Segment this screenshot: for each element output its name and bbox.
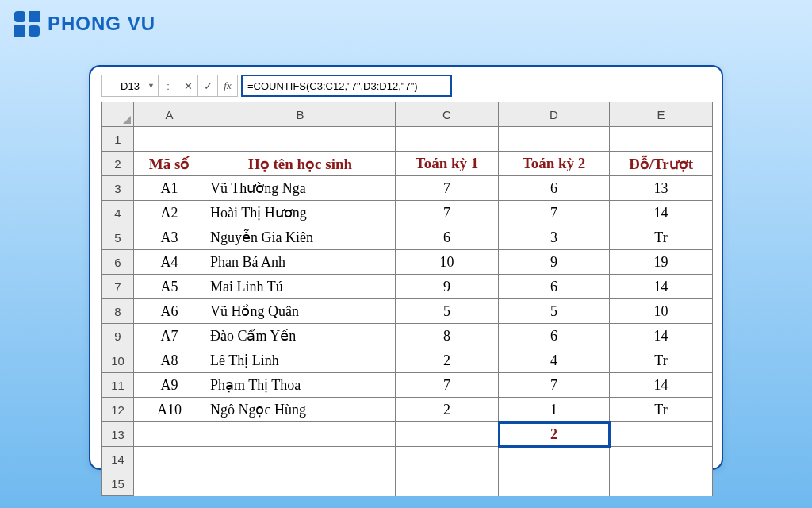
col-header-C[interactable]: C: [396, 102, 499, 127]
cell[interactable]: Nguyễn Gia Kiên: [205, 225, 396, 250]
header-ma-so[interactable]: Mã số: [134, 152, 205, 176]
cell[interactable]: A4: [134, 250, 205, 275]
cell[interactable]: [134, 422, 205, 447]
cell[interactable]: 9: [499, 250, 610, 275]
cell[interactable]: [610, 422, 713, 447]
cell[interactable]: A1: [134, 176, 205, 201]
cell[interactable]: [499, 127, 610, 152]
cell[interactable]: A8: [134, 348, 205, 373]
cell[interactable]: [396, 127, 499, 152]
row-header[interactable]: 9: [102, 324, 134, 348]
cell[interactable]: 9: [396, 275, 499, 299]
cell[interactable]: 5: [396, 299, 499, 324]
cell[interactable]: 2: [396, 398, 499, 422]
cell[interactable]: Ngô Ngọc Hùng: [205, 398, 396, 422]
cell[interactable]: 7: [396, 373, 499, 398]
formula-enter-button[interactable]: ✓: [198, 75, 218, 97]
cell[interactable]: 4: [499, 348, 610, 373]
row-header[interactable]: 5: [102, 225, 134, 250]
cell[interactable]: Tr: [610, 348, 713, 373]
row-header[interactable]: 14: [102, 447, 134, 471]
cell[interactable]: [134, 127, 205, 152]
row-header[interactable]: 7: [102, 275, 134, 299]
cell[interactable]: 8: [396, 324, 499, 348]
cell[interactable]: 3: [499, 225, 610, 250]
col-header-D[interactable]: D: [499, 102, 610, 127]
cell[interactable]: Vũ Thường Nga: [205, 176, 396, 201]
cell[interactable]: 14: [610, 373, 713, 398]
cell[interactable]: 14: [610, 201, 713, 225]
cell[interactable]: Phan Bá Anh: [205, 250, 396, 275]
cell[interactable]: [610, 127, 713, 152]
cell[interactable]: Hoài Thị Hương: [205, 201, 396, 225]
cell[interactable]: A3: [134, 225, 205, 250]
formula-input[interactable]: =COUNTIFS(C3:C12,"7",D3:D12,"7"): [241, 75, 452, 97]
cell[interactable]: 7: [499, 373, 610, 398]
col-header-E[interactable]: E: [610, 102, 713, 127]
select-all-corner[interactable]: [102, 102, 134, 127]
col-header-A[interactable]: A: [134, 102, 205, 127]
row-header[interactable]: 10: [102, 348, 134, 373]
row-header[interactable]: 4: [102, 201, 134, 225]
cell[interactable]: 5: [499, 299, 610, 324]
row-header[interactable]: 13: [102, 422, 134, 447]
cell[interactable]: Đào Cẩm Yến: [205, 324, 396, 348]
row-header[interactable]: 12: [102, 398, 134, 422]
cell[interactable]: [205, 422, 396, 447]
cell[interactable]: [499, 447, 610, 471]
cell[interactable]: A5: [134, 275, 205, 299]
cell[interactable]: A9: [134, 373, 205, 398]
cell[interactable]: 14: [610, 275, 713, 299]
cell[interactable]: Mai Linh Tú: [205, 275, 396, 299]
spreadsheet-grid[interactable]: A B C D E 1 2 Mã số Họ tên học sinh Toán…: [102, 102, 713, 496]
row-header[interactable]: 15: [102, 471, 134, 496]
cell[interactable]: 6: [499, 176, 610, 201]
cell[interactable]: A10: [134, 398, 205, 422]
cell[interactable]: 7: [499, 201, 610, 225]
cell[interactable]: [205, 471, 396, 496]
cell[interactable]: Phạm Thị Thoa: [205, 373, 396, 398]
cell[interactable]: A2: [134, 201, 205, 225]
cell[interactable]: Tr: [610, 225, 713, 250]
cell[interactable]: [134, 471, 205, 496]
cell[interactable]: [396, 422, 499, 447]
cell[interactable]: [610, 447, 713, 471]
cell[interactable]: A6: [134, 299, 205, 324]
cell[interactable]: [205, 447, 396, 471]
cell[interactable]: A7: [134, 324, 205, 348]
cell[interactable]: Lê Thị Linh: [205, 348, 396, 373]
row-header[interactable]: 1: [102, 127, 134, 152]
header-toan-ky-1[interactable]: Toán kỳ 1: [396, 152, 499, 176]
cell[interactable]: 10: [610, 299, 713, 324]
name-box[interactable]: D13 ▼: [102, 75, 159, 97]
cell[interactable]: [396, 447, 499, 471]
header-do-truot[interactable]: Đỗ/Trượt: [610, 152, 713, 176]
cell[interactable]: 7: [396, 176, 499, 201]
cell[interactable]: [499, 471, 610, 496]
cell[interactable]: [134, 447, 205, 471]
row-header[interactable]: 8: [102, 299, 134, 324]
header-ho-ten[interactable]: Họ tên học sinh: [205, 152, 396, 176]
row-header[interactable]: 11: [102, 373, 134, 398]
cell[interactable]: 14: [610, 324, 713, 348]
col-header-B[interactable]: B: [205, 102, 396, 127]
cell[interactable]: 7: [396, 201, 499, 225]
row-header[interactable]: 3: [102, 176, 134, 201]
row-header[interactable]: 2: [102, 152, 134, 176]
cell[interactable]: 6: [499, 324, 610, 348]
row-header[interactable]: 6: [102, 250, 134, 275]
header-toan-ky-2[interactable]: Toán kỳ 2: [499, 152, 610, 176]
cell[interactable]: [205, 127, 396, 152]
cell[interactable]: 6: [499, 275, 610, 299]
cell[interactable]: [610, 471, 713, 496]
cell[interactable]: 1: [499, 398, 610, 422]
insert-function-button[interactable]: fx: [218, 75, 238, 97]
cell[interactable]: Tr: [610, 398, 713, 422]
cell[interactable]: 10: [396, 250, 499, 275]
cell[interactable]: [396, 471, 499, 496]
cell[interactable]: 19: [610, 250, 713, 275]
cell[interactable]: 2: [396, 348, 499, 373]
formula-cancel-button[interactable]: ✕: [178, 75, 198, 97]
cell[interactable]: 6: [396, 225, 499, 250]
cell[interactable]: Vũ Hồng Quân: [205, 299, 396, 324]
